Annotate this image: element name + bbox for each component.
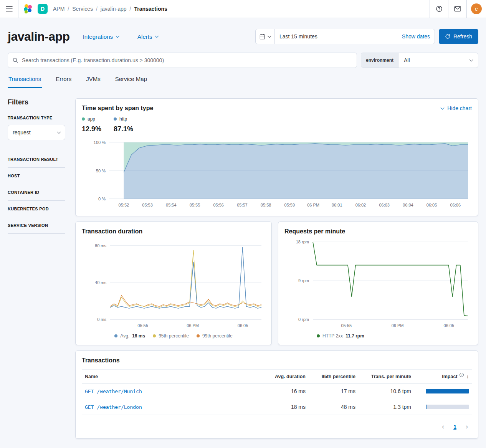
svg-text:0 ms: 0 ms xyxy=(97,317,106,322)
svg-text:05:58: 05:58 xyxy=(261,203,271,207)
transaction-link-london[interactable]: GET /weather/London xyxy=(85,404,142,410)
http-legend-label: http xyxy=(119,116,127,122)
calendar-dropdown-button[interactable] xyxy=(256,29,275,44)
svg-text:05:56: 05:56 xyxy=(213,203,224,207)
filter-section-transaction-result[interactable]: TRANSACTION RESULT xyxy=(8,151,65,167)
environment-select[interactable]: All xyxy=(398,53,478,68)
filters-sidebar: Filters TRANSACTION TYPE request TRANSAC… xyxy=(8,98,65,439)
menu-icon[interactable] xyxy=(0,0,18,18)
transactions-table: Name Avg. duration 95th percentile Trans… xyxy=(82,369,472,415)
breadcrumb-service-name[interactable]: javalin-app xyxy=(101,6,127,12)
tpm-value: 1.3 tpm xyxy=(359,399,414,415)
refresh-button[interactable]: Refresh xyxy=(439,29,478,44)
search-input[interactable] xyxy=(22,57,352,63)
span-type-chart[interactable]: 0 %50 %100 %05:5205:5305:5405:5505:5605:… xyxy=(82,139,472,210)
legend-app[interactable]: app 12.9% xyxy=(82,116,101,133)
chevron-down-icon xyxy=(116,34,120,38)
column-header-avg-duration[interactable]: Avg. duration xyxy=(263,370,309,383)
help-icon[interactable] xyxy=(430,0,448,18)
filter-section-host[interactable]: HOST xyxy=(8,167,65,184)
tab-transactions[interactable]: Transactions xyxy=(8,76,42,88)
breadcrumb-services[interactable]: Services xyxy=(72,6,93,12)
chevron-down-icon xyxy=(268,34,271,38)
legend-http[interactable]: http 87.1% xyxy=(114,116,133,133)
environment-filter-label: environment xyxy=(361,53,398,68)
space-avatar[interactable]: D xyxy=(38,4,48,14)
alerts-menu-button[interactable]: Alerts xyxy=(137,33,158,40)
breadcrumb-apm[interactable]: APM xyxy=(53,6,64,12)
avg-legend-label: Avg. xyxy=(120,333,129,339)
http-2xx-legend-dot-icon xyxy=(317,334,320,337)
filter-section-service-version[interactable]: SERVICE VERSION xyxy=(8,217,65,233)
app-legend-label: app xyxy=(88,116,95,122)
impact-cell xyxy=(414,384,472,398)
impact-bar xyxy=(426,389,469,393)
user-avatar[interactable]: e xyxy=(471,3,482,14)
tab-jvms[interactable]: JVMs xyxy=(85,76,101,88)
column-header-95th-percentile[interactable]: 95th percentile xyxy=(309,370,359,383)
svg-text:05:52: 05:52 xyxy=(119,203,129,207)
table-header-row: Name Avg. duration 95th percentile Trans… xyxy=(82,369,472,384)
transaction-duration-card: Transaction duration 0 ms40 ms80 ms05:55… xyxy=(75,222,272,345)
legend-http-2xx[interactable]: HTTP 2xx 11.7 rpm xyxy=(317,333,364,339)
tab-service-map[interactable]: Service Map xyxy=(114,76,148,88)
svg-text:40 ms: 40 ms xyxy=(95,280,106,285)
newsfeed-icon[interactable] xyxy=(448,0,466,18)
hamburger-icon xyxy=(6,6,13,12)
svg-text:05:57: 05:57 xyxy=(237,203,248,207)
page-1-button[interactable]: 1 xyxy=(453,424,456,430)
svg-text:06 PM: 06 PM xyxy=(307,203,319,207)
user-menu: e xyxy=(466,0,486,18)
main-content: Time spent by span type Hide chart app 1… xyxy=(75,98,478,439)
svg-text:06 PM: 06 PM xyxy=(392,323,404,328)
span-type-card: Time spent by span type Hide chart app 1… xyxy=(75,98,478,216)
column-header-trans-per-minute[interactable]: Trans. per minute xyxy=(359,370,414,383)
sort-desc-icon: ↓ xyxy=(466,374,469,379)
hide-chart-button[interactable]: Hide chart xyxy=(441,105,472,111)
previous-page-icon[interactable]: ‹ xyxy=(442,423,444,431)
svg-text:0 rpm: 0 rpm xyxy=(298,317,309,322)
legend-95th-percentile[interactable]: 95th percentile xyxy=(153,333,189,339)
svg-text:100 %: 100 % xyxy=(94,140,106,145)
http-legend-dot-icon xyxy=(114,117,117,121)
impact-info-icon[interactable]: ? xyxy=(460,373,464,377)
next-page-icon[interactable]: › xyxy=(466,423,468,431)
svg-text:18 rpm: 18 rpm xyxy=(296,240,309,244)
time-range-button[interactable]: Last 15 minutes xyxy=(275,33,397,40)
requests-per-minute-chart[interactable]: 0 rpm9 rpm18 rpm05:5506 PM06:05 xyxy=(284,238,472,330)
table-row: GET /weather/Munich 16 ms 17 ms 10.6 tpm xyxy=(82,384,472,399)
avg-legend-value: 16 ms xyxy=(132,333,145,339)
elastic-logo[interactable] xyxy=(18,4,38,14)
tpm-value: 10.6 tpm xyxy=(359,384,414,399)
svg-text:0 %: 0 % xyxy=(98,197,106,201)
filters-title: Filters xyxy=(8,98,65,106)
table-row: GET /weather/London 18 ms 48 ms 1.3 tpm xyxy=(82,399,472,415)
svg-text:06:06: 06:06 xyxy=(450,203,461,207)
transaction-link-munich[interactable]: GET /weather/Munich xyxy=(85,388,142,394)
http-percentage: 87.1% xyxy=(114,125,133,133)
search-icon xyxy=(12,57,18,63)
svg-text:80 ms: 80 ms xyxy=(95,243,106,248)
svg-text:06:02: 06:02 xyxy=(355,203,366,207)
transaction-type-select[interactable]: request xyxy=(8,125,65,140)
transaction-type-value: request xyxy=(13,129,31,136)
p95-value: 48 ms xyxy=(309,399,359,415)
column-header-impact[interactable]: Impact ? ↓ xyxy=(414,370,472,383)
integrations-menu-button[interactable]: Integrations xyxy=(83,33,119,40)
tab-errors[interactable]: Errors xyxy=(55,76,72,88)
pagination: ‹ 1 › xyxy=(82,423,472,432)
top-navigation-bar: D APM / Services / javalin-app / Transac… xyxy=(0,0,486,18)
filter-section-kubernetes-pod[interactable]: KUBERNETES POD xyxy=(8,200,65,217)
show-dates-link[interactable]: Show dates xyxy=(397,33,435,40)
avg-legend-dot-icon xyxy=(114,334,117,337)
legend-99th-percentile[interactable]: 99th percentile xyxy=(197,333,233,339)
legend-avg[interactable]: Avg. 16 ms xyxy=(114,333,145,339)
p95-legend-label: 95th percentile xyxy=(159,333,189,339)
transactions-table-card: Transactions Name Avg. duration 95th per… xyxy=(75,350,478,439)
column-header-name[interactable]: Name xyxy=(82,370,263,383)
transaction-duration-chart[interactable]: 0 ms40 ms80 ms05:5506 PM06:05 xyxy=(82,238,265,330)
impact-header-label: Impact xyxy=(442,374,457,379)
filter-section-container-id[interactable]: CONTAINER ID xyxy=(8,184,65,200)
refresh-icon xyxy=(445,34,450,39)
requests-per-minute-card: Requests per minute 0 rpm9 rpm18 rpm05:5… xyxy=(278,222,478,345)
